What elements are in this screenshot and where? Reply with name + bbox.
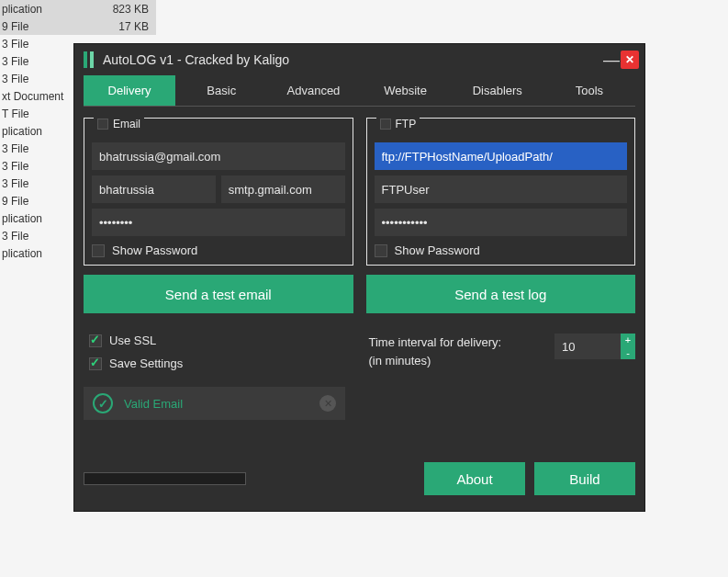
file-type-label: plication [0,3,101,16]
ftp-legend: FTP [376,118,420,130]
tab-body: Email Show Password FTP [74,107,644,504]
use-ssl-label: Use SSL [109,334,156,347]
tab-website[interactable]: Website [360,75,452,106]
minimize-button[interactable]: — [602,55,621,64]
save-settings-checkbox[interactable] [89,357,102,370]
tab-basic[interactable]: Basic [175,75,267,106]
file-type-label: 9 File [0,20,101,33]
email-show-password-checkbox[interactable] [92,244,105,257]
ftp-password-input[interactable] [375,209,628,236]
window-title: AutoLOG v1 - Cracked by Kaligo [103,52,602,67]
explorer-row[interactable]: plication823 KB [0,0,156,17]
app-logo-icon [84,51,94,68]
interval-up-button[interactable]: + [621,334,635,346]
validation-text: Valid Email [124,397,308,411]
ftp-host-input[interactable] [375,142,628,170]
progress-bar [84,472,246,485]
ftp-show-password-label: Show Password [395,243,480,257]
interval-spinner: + - [554,334,635,359]
tab-disablers[interactable]: Disablers [452,75,543,106]
ftp-show-password-checkbox[interactable] [375,244,387,257]
email-user-input[interactable] [92,175,216,203]
save-settings-label: Save Settings [109,356,183,370]
explorer-row[interactable]: 9 File17 KB [0,17,156,35]
app-window: AutoLOG v1 - Cracked by Kaligo — ✕ Deliv… [73,43,645,512]
legend-box-icon [97,119,108,130]
email-address-input[interactable] [92,142,345,170]
close-button[interactable]: ✕ [621,51,639,69]
check-circle-icon: ✓ [93,393,113,413]
email-legend: Email [94,118,144,130]
email-legend-label: Email [113,118,140,130]
ftp-user-input[interactable] [375,175,628,203]
email-group: Email Show Password [84,118,353,266]
file-size-label: 17 KB [101,20,156,33]
build-button[interactable]: Build [534,462,635,495]
use-ssl-checkbox[interactable] [89,334,102,347]
about-button[interactable]: About [424,462,525,495]
interval-down-button[interactable]: - [621,346,635,359]
ftp-group: FTP Show Password [366,118,636,266]
smtp-input[interactable] [221,175,345,203]
tab-advanced[interactable]: Advanced [267,75,359,106]
tab-delivery[interactable]: Delivery [84,75,175,106]
interval-input[interactable] [554,334,621,359]
ftp-legend-label: FTP [396,118,417,130]
email-show-password-label: Show Password [112,243,197,257]
clear-validation-icon[interactable]: ✕ [319,395,336,412]
interval-label: Time interval for delivery: (in minutes) [369,334,546,369]
file-size-label: 823 KB [101,3,156,16]
email-password-input[interactable] [92,209,345,236]
titlebar[interactable]: AutoLOG v1 - Cracked by Kaligo — ✕ [74,44,644,75]
legend-box-icon [380,119,391,130]
send-test-email-button[interactable]: Send a test email [84,275,353,313]
validation-bar: ✓ Valid Email ✕ [84,387,345,420]
tab-bar: DeliveryBasicAdvancedWebsiteDisablersToo… [84,75,635,107]
send-test-log-button[interactable]: Send a test log [366,275,636,313]
tab-tools[interactable]: Tools [543,75,635,106]
